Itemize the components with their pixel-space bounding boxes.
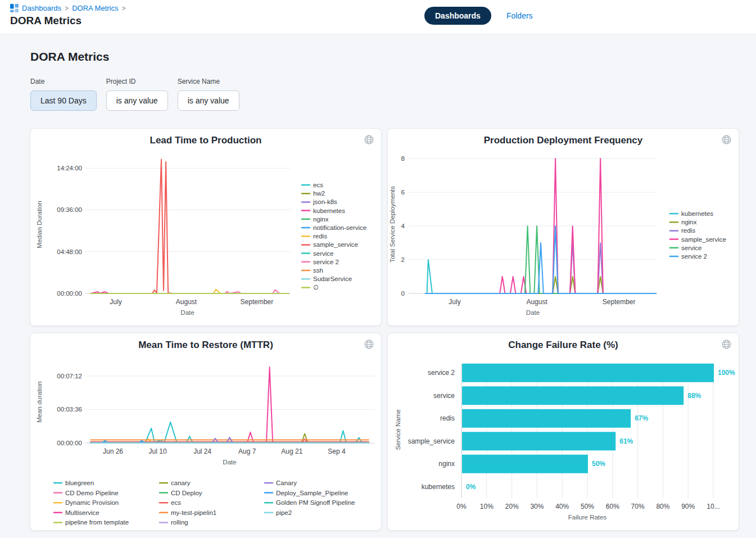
legend-label: ∅ <box>313 284 319 291</box>
bar-nginx[interactable] <box>462 455 588 473</box>
legend-item[interactable]: kubernetes <box>302 207 345 214</box>
mttr-chart-canvas[interactable]: 00:00:0000:03:3600:07:12Jun 26Jul 10Jul … <box>30 333 381 530</box>
series-line-kubernetes <box>425 260 656 293</box>
filter-service-name: Service Name is any value <box>178 78 239 111</box>
legend-label: notification-service <box>313 224 366 231</box>
legend-item[interactable]: service <box>302 250 333 257</box>
y-axis-title: Service Name <box>395 409 401 450</box>
x-tick-label: 20% <box>505 503 519 510</box>
legend-item[interactable]: canary <box>160 480 191 486</box>
legend-item[interactable]: Canary <box>265 480 297 486</box>
legend-item[interactable]: CD Demo Pipeline <box>54 490 119 496</box>
x-tick-label: 30% <box>530 503 544 510</box>
legend-item[interactable]: service <box>670 245 701 251</box>
legend-item[interactable]: Dynamic Provision <box>54 499 119 506</box>
x-tick-label: Jun 26 <box>103 447 123 455</box>
lead-time-chart-card: Lead Time to Production 00:00:0004:48:00… <box>30 128 382 326</box>
filter-project-id: Project ID is any value <box>106 78 168 111</box>
legend-item[interactable]: ∅ <box>302 284 319 291</box>
legend-label: service <box>313 250 333 257</box>
legend-item[interactable]: nginx <box>670 219 697 225</box>
legend-item[interactable]: notification-service <box>302 224 366 231</box>
legend-item[interactable]: service 2 <box>670 253 707 260</box>
x-tick-label: Sep 4 <box>328 447 346 455</box>
category-label: sample_service <box>408 437 455 445</box>
lead-time-chart-canvas[interactable]: 00:00:0004:48:0009:36:0014:24:00JulyAugu… <box>30 129 381 325</box>
bar-service[interactable] <box>462 386 683 405</box>
legend-label: ecs <box>313 182 323 188</box>
y-tick-label: 00:00:00 <box>57 290 82 297</box>
filter-project-id-label: Project ID <box>106 78 168 85</box>
legend-label: my-test-pipelin1 <box>171 509 216 516</box>
bar-service 2[interactable] <box>462 364 714 382</box>
x-tick-label: 0% <box>456 503 467 510</box>
filter-date-label: Date <box>30 78 97 85</box>
series-line-redis <box>91 290 289 293</box>
breadcrumb-dashboards-link[interactable]: Dashboards <box>22 4 61 12</box>
legend-item[interactable]: pipe2 <box>265 509 292 516</box>
value-label: 61% <box>619 437 633 445</box>
date-filter-button[interactable]: Last 90 Days <box>30 91 97 111</box>
dashboard-title: DORA Metrics <box>30 50 109 64</box>
change-failure-rate-chart-canvas[interactable]: 0%10%20%30%40%50%60%70%80%90%10...servic… <box>388 333 739 530</box>
legend-item[interactable]: rolling <box>160 519 188 526</box>
legend-item[interactable]: ecs <box>302 182 323 188</box>
value-label: 67% <box>635 414 648 422</box>
x-tick-label: Aug 21 <box>281 447 302 455</box>
x-tick-label: 50% <box>581 503 594 510</box>
x-axis-title: Date <box>223 459 236 465</box>
breadcrumb-separator: > <box>65 4 69 12</box>
x-tick-label: September <box>241 298 274 306</box>
y-tick-label: 0 <box>401 290 405 297</box>
legend-item[interactable]: Deploy_Sample_Pipeline <box>265 490 348 496</box>
legend-item[interactable]: my-test-pipelin1 <box>160 509 216 516</box>
legend-label: ecs <box>171 499 181 506</box>
legend-item[interactable]: CD Deploy <box>160 490 202 496</box>
category-label: kubernetes <box>422 483 455 491</box>
y-axis-title: Total Service Deployments <box>389 186 396 263</box>
x-tick-label: 80% <box>656 503 669 510</box>
legend-item[interactable]: sample_service <box>302 241 358 248</box>
legend-item[interactable]: Multiservice <box>54 509 99 516</box>
legend-item[interactable]: redis <box>670 227 695 234</box>
legend-label: kubernetes <box>681 210 713 217</box>
legend-label: Canary <box>276 480 297 486</box>
legend-item[interactable]: bluegreen <box>54 480 94 486</box>
filters-bar: Date Last 90 Days Project ID is any valu… <box>30 78 239 111</box>
legend-item[interactable]: sample_service <box>670 236 726 243</box>
legend-label: sample_service <box>313 241 358 248</box>
bar-redis[interactable] <box>462 409 631 428</box>
legend-label: service <box>681 245 701 251</box>
deployment-frequency-chart-canvas[interactable]: 02468JulyAugustSeptemberDateTotal Servic… <box>388 129 739 325</box>
filter-date: Date Last 90 Days <box>30 78 97 111</box>
legend-item[interactable]: kubernetes <box>670 210 713 217</box>
legend-item[interactable]: nginx <box>302 216 329 223</box>
legend-label: nginx <box>681 219 697 225</box>
breadcrumb-separator: > <box>121 4 125 12</box>
series-line-sample_service <box>91 159 289 293</box>
x-axis-title: Failure Rates <box>568 514 607 521</box>
deployment-frequency-chart-card: Production Deployment Frequency 02468Jul… <box>387 128 739 326</box>
legend-label: SudarService <box>313 275 352 282</box>
legend-label: hw2 <box>313 190 325 197</box>
y-axis-title: Mean duration <box>36 381 43 423</box>
project-id-filter-button[interactable]: is any value <box>106 91 168 111</box>
tab-folders[interactable]: Folders <box>506 11 533 20</box>
legend-item[interactable]: json-k8s <box>302 198 337 205</box>
legend-item[interactable]: pipeline from template <box>54 519 129 526</box>
service-name-filter-button[interactable]: is any value <box>178 91 239 111</box>
legend-label: rolling <box>171 519 188 526</box>
legend-item[interactable]: hw2 <box>302 190 325 197</box>
legend-item[interactable]: Golden PM Signoff Pipeline <box>265 499 355 506</box>
y-tick-label: 6 <box>401 189 405 196</box>
breadcrumb: Dashboards > DORA Metrics > <box>10 4 125 12</box>
breadcrumb-dora-metrics-link[interactable]: DORA Metrics <box>72 4 118 12</box>
legend-item[interactable]: redis <box>302 233 327 239</box>
legend-item[interactable]: service 2 <box>302 259 339 265</box>
tab-dashboards[interactable]: Dashboards <box>424 7 491 25</box>
legend-item[interactable]: SudarService <box>302 275 352 282</box>
legend-item[interactable]: ecs <box>160 499 181 506</box>
bar-sample_service[interactable] <box>462 432 615 450</box>
x-tick-label: August <box>526 298 547 306</box>
legend-item[interactable]: ssh <box>302 267 323 274</box>
